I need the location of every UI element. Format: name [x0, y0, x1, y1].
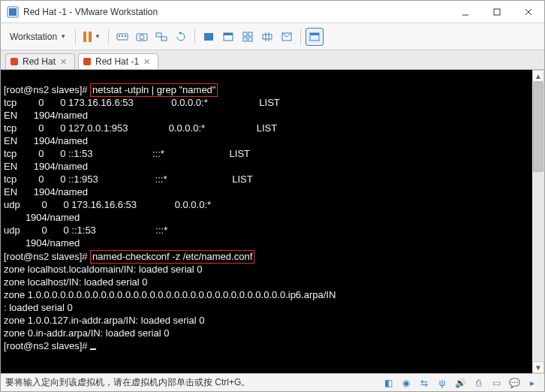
terminal-line: udp 0 0 ::1:53 :::* — [4, 225, 167, 236]
terminal-line: EN 1904/named — [4, 161, 88, 172]
pause-button[interactable]: ▼ — [80, 30, 104, 44]
terminal-line: zone 0.in-addr.arpa/IN: loaded serial 0 — [4, 327, 169, 339]
command-highlight: netstat -utpln | grep "named" — [90, 83, 218, 97]
snapshot-button[interactable] — [133, 28, 151, 46]
redhat-icon — [11, 58, 18, 65]
close-button[interactable] — [513, 1, 544, 23]
terminal-line: tcp 0 0 127.0.0.1:953 0.0.0.0:* LIST — [4, 122, 277, 134]
terminal-line: 1904/named — [4, 237, 80, 249]
snapshot-manager-button[interactable] — [152, 28, 170, 46]
show-console-button[interactable] — [306, 28, 324, 46]
close-tab-icon[interactable]: ✕ — [143, 57, 150, 67]
separator — [75, 29, 76, 45]
tab-redhat-1[interactable]: Red Hat -1 ✕ — [78, 53, 158, 69]
status-text: 要将输入定向到该虚拟机，请在虚拟机内部单击或按 Ctrl+G。 — [5, 376, 250, 389]
separator — [194, 29, 195, 45]
vertical-scrollbar[interactable]: ▲ ▼ — [532, 70, 544, 373]
minimize-button[interactable] — [450, 1, 481, 23]
chevron-down-icon: ▼ — [60, 33, 66, 40]
device-sound-icon[interactable]: 🔊 — [453, 377, 468, 389]
status-bar: 要将输入定向到该虚拟机，请在虚拟机内部单击或按 Ctrl+G。 ◧ ◉ ⇆ ψ … — [1, 373, 544, 391]
cursor — [90, 348, 96, 350]
window-title: Red Hat -1 - VMware Workstation — [23, 7, 450, 17]
svg-rect-8 — [122, 35, 123, 37]
redhat-icon — [83, 58, 91, 65]
titlebar: Red Hat -1 - VMware Workstation — [1, 1, 544, 23]
app-icon — [7, 6, 19, 18]
terminal-line: EN 1904/named — [4, 186, 88, 198]
svg-rect-17 — [224, 33, 233, 35]
terminal-line: : loaded serial 0 — [4, 302, 73, 313]
messages-icon[interactable]: 💬 — [507, 377, 522, 389]
svg-rect-1 — [9, 8, 17, 16]
collapse-icon[interactable]: ▸ — [525, 377, 540, 389]
terminal-line: tcp 0 0 173.16.16.6:53 0.0.0.0:* LIST — [4, 97, 280, 108]
terminal-line: EN 1904/named — [4, 110, 88, 121]
svg-rect-27 — [310, 33, 319, 35]
svg-rect-7 — [119, 35, 120, 37]
prompt: [root@ns2 slaves]# — [4, 251, 90, 262]
terminal-line: EN 1904/named — [4, 135, 88, 146]
fullscreen-button[interactable] — [200, 28, 218, 46]
svg-rect-3 — [494, 9, 500, 15]
svg-rect-18 — [243, 32, 247, 36]
unity-button[interactable] — [219, 28, 237, 46]
chevron-down-icon: ▼ — [95, 33, 101, 40]
terminal-line: zone localhost/IN: loaded serial 0 — [4, 276, 148, 288]
send-ctrl-alt-del-button[interactable] — [113, 28, 131, 46]
terminal-pane: [root@ns2 slaves]# netstat -utpln | grep… — [1, 70, 544, 373]
scroll-up-icon[interactable]: ▲ — [532, 70, 544, 82]
workstation-menu[interactable]: Workstation ▼ — [5, 29, 71, 45]
vm-tabs: Red Hat ✕ Red Hat -1 ✕ — [1, 50, 544, 70]
svg-rect-12 — [156, 33, 161, 37]
terminal-line: zone 1.0.0.127.in-addr.arpa/IN: loaded s… — [4, 315, 204, 326]
workstation-menu-label: Workstation — [10, 32, 57, 42]
terminal-line: zone 1.0.0.0.0.0.0.0.0.0.0.0.0.0.0.0.0.0… — [4, 289, 336, 300]
pause-icon — [83, 32, 92, 42]
svg-rect-20 — [243, 38, 247, 41]
revert-button[interactable] — [172, 28, 190, 46]
svg-point-11 — [140, 35, 144, 39]
device-nic-icon[interactable]: ⇆ — [417, 377, 432, 389]
scroll-track[interactable] — [532, 82, 544, 361]
prompt: [root@ns2 slaves]# — [4, 340, 90, 351]
terminal-line: zone localhost.localdomain/IN: loaded se… — [4, 264, 203, 275]
svg-rect-19 — [248, 32, 252, 36]
svg-rect-21 — [248, 38, 252, 41]
close-tab-icon[interactable]: ✕ — [60, 57, 67, 67]
thumbnail-button[interactable] — [239, 28, 257, 46]
tab-label: Red Hat — [23, 56, 56, 67]
terminal-line: tcp 0 0 ::1:53 :::* LIST — [4, 148, 250, 159]
scroll-down-icon[interactable]: ▼ — [532, 361, 544, 373]
svg-rect-13 — [161, 37, 167, 41]
scroll-thumb[interactable] — [533, 82, 543, 172]
svg-rect-9 — [125, 35, 126, 37]
stretch-button[interactable] — [258, 28, 276, 46]
exclusive-button[interactable] — [278, 28, 296, 46]
terminal-line: udp 0 0 173.16.16.6:53 0.0.0.0:* — [4, 199, 211, 210]
maximize-button[interactable] — [481, 1, 513, 23]
device-printer-icon[interactable]: ⎙ — [471, 377, 486, 389]
device-cd-icon[interactable]: ◉ — [399, 377, 414, 389]
prompt: [root@ns2 slaves]# — [4, 84, 90, 95]
terminal-line: tcp 0 0 ::1:953 :::* LIST — [4, 173, 253, 185]
device-hdd-icon[interactable]: ◧ — [381, 377, 396, 389]
separator — [300, 29, 301, 45]
terminal[interactable]: [root@ns2 slaves]# netstat -utpln | grep… — [1, 70, 532, 373]
device-display-icon[interactable]: ▭ — [489, 377, 504, 389]
device-usb-icon[interactable]: ψ — [435, 377, 450, 389]
svg-rect-15 — [204, 33, 213, 41]
svg-rect-22 — [263, 35, 272, 39]
command-highlight: named-checkconf -z /etc/named.conf — [90, 250, 254, 264]
terminal-line: 1904/named — [4, 212, 80, 223]
tab-redhat[interactable]: Red Hat ✕ — [5, 53, 75, 69]
toolbar: Workstation ▼ ▼ — [1, 23, 544, 50]
separator — [108, 29, 109, 45]
tab-label: Red Hat -1 — [95, 56, 139, 67]
svg-marker-14 — [179, 32, 181, 35]
